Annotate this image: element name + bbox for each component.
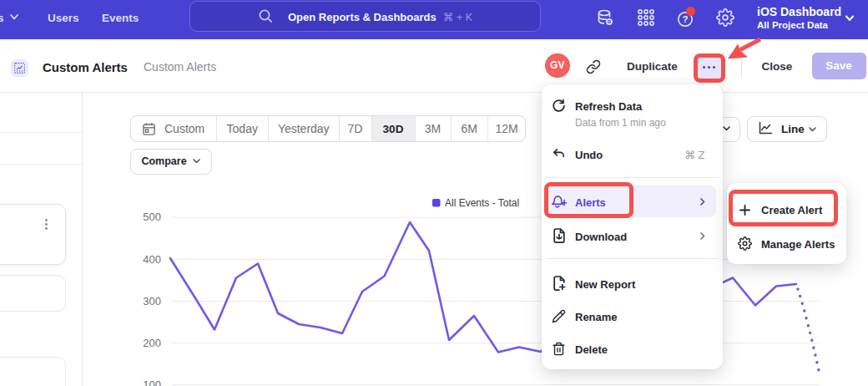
svg-text:200: 200 [143, 337, 161, 349]
svg-text:300: 300 [143, 295, 161, 307]
svg-text:100: 100 [143, 378, 161, 386]
svg-text:All Events - Total: All Events - Total [445, 197, 519, 209]
svg-text:400: 400 [143, 253, 161, 266]
svg-text:500: 500 [143, 211, 161, 223]
